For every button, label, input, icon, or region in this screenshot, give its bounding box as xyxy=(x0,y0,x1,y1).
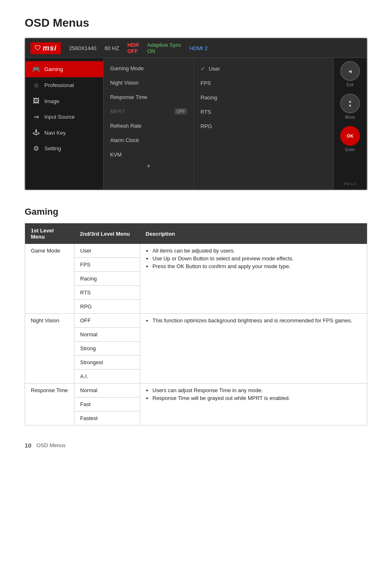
osd-topbar: 🛡 msi 2560X1440 60 HZ HDROFF Adaptive Sy… xyxy=(25,39,367,58)
rt-fastest: Fastest xyxy=(74,411,140,425)
response-time-desc: Users can adjust Response Time in any mo… xyxy=(140,384,367,425)
firmware-version: FW 1.0 xyxy=(344,179,356,186)
image-icon: 🖼 xyxy=(32,97,40,105)
menu-item-response-time[interactable]: Response Time xyxy=(104,90,194,104)
mode-user: User xyxy=(74,244,140,258)
nv-strong: Strong xyxy=(74,342,140,356)
move-button[interactable]: ▲▼ xyxy=(340,94,360,113)
night-vision-desc: This function optimizes background brigh… xyxy=(140,314,367,384)
nv-normal: Normal xyxy=(74,328,140,342)
right-item-fps[interactable]: FPS xyxy=(194,76,333,90)
nv-strongest: Strongest xyxy=(74,356,140,370)
right-item-racing[interactable]: Racing xyxy=(194,90,333,105)
right-item-rts[interactable]: RTS xyxy=(194,105,333,119)
sidebar-item-setting[interactable]: ⚙ Setting xyxy=(25,140,103,156)
osd-middle-menu: Gaming Mode Night Vision Response Time M… xyxy=(104,58,194,189)
brand-shield-icon: 🛡 xyxy=(35,44,41,52)
move-label: Move xyxy=(345,115,355,119)
table-row: Response Time Normal Users can adjust Re… xyxy=(25,384,367,397)
user-check-icon: ✓ xyxy=(201,65,205,72)
professional-icon: ☆ xyxy=(32,81,40,89)
brand-name: msi xyxy=(43,44,57,53)
game-mode-cell: Game Mode xyxy=(25,244,74,314)
resolution-stat: 2560X1440 xyxy=(69,45,97,51)
sidebar-item-image[interactable]: 🖼 Image xyxy=(25,93,103,109)
enter-label: Enter xyxy=(345,147,355,152)
mode-rts: RTS xyxy=(74,286,140,300)
input-stat: HDMI 2 xyxy=(189,45,208,51)
setting-icon: ⚙ xyxy=(32,145,40,152)
input-source-icon: ⇒ xyxy=(32,113,40,121)
mprt-toggle: OFF xyxy=(175,108,187,115)
footer-label: OSD Menus xyxy=(37,442,66,448)
table-row: Night Vision OFF This function optimizes… xyxy=(25,314,367,328)
scroll-arrow-down[interactable]: ▼ xyxy=(104,162,194,171)
ok-button[interactable]: OK xyxy=(340,126,360,146)
rt-normal: Normal xyxy=(74,384,140,397)
menu-item-kvm[interactable]: KVM xyxy=(104,147,194,162)
gaming-icon: 🎮 xyxy=(32,65,40,73)
page-title: OSD Menus xyxy=(25,16,367,30)
mode-rpg: RPG xyxy=(74,300,140,314)
rt-fast: Fast xyxy=(74,397,140,411)
nv-ai: A.I. xyxy=(74,370,140,384)
osd-right-menu: ✓ User FPS Racing RTS RPG xyxy=(194,58,334,189)
night-vision-cell: Night Vision xyxy=(25,314,74,384)
sidebar-gaming-label: Gaming xyxy=(44,66,63,72)
exit-button[interactable]: ◀ xyxy=(340,61,360,81)
response-time-cell: Response Time xyxy=(25,384,74,425)
gaming-section-title: Gaming xyxy=(25,207,367,217)
menu-item-night-vision[interactable]: Night Vision xyxy=(104,76,194,90)
nv-off: OFF xyxy=(74,314,140,328)
refresh-stat: 60 HZ xyxy=(105,45,119,51)
osd-sidebar: 🎮 Gaming ☆ Professional 🖼 Image ⇒ Input … xyxy=(25,58,104,189)
right-item-user[interactable]: ✓ User xyxy=(194,61,333,76)
brand-logo-area: 🛡 msi xyxy=(30,42,61,54)
col-header-2nd: 2nd/3rd Level Menu xyxy=(74,223,140,244)
menu-item-refresh-rate[interactable]: Refresh Rate xyxy=(104,119,194,133)
col-header-desc: Description xyxy=(140,223,367,244)
mode-racing: Racing xyxy=(74,272,140,286)
osd-body: 🎮 Gaming ☆ Professional 🖼 Image ⇒ Input … xyxy=(25,58,367,189)
hdr-stat: HDROFF xyxy=(127,42,139,54)
page-footer: 10 OSD Menus xyxy=(25,442,367,449)
sidebar-professional-label: Professional xyxy=(44,82,74,88)
sidebar-input-label: Input Source xyxy=(44,114,75,120)
sidebar-item-professional[interactable]: ☆ Professional xyxy=(25,77,103,93)
sidebar-item-gaming[interactable]: 🎮 Gaming xyxy=(25,61,103,77)
menu-item-gaming-mode[interactable]: Gaming Mode xyxy=(104,61,194,76)
navi-key-icon: 🕹 xyxy=(32,129,40,136)
sidebar-image-label: Image xyxy=(44,98,59,104)
table-row: Game Mode User All items can be adjusted… xyxy=(25,244,367,258)
menu-item-alarm-clock[interactable]: Alarm Clock xyxy=(104,133,194,147)
game-mode-desc: All items can be adjusted by users. Use … xyxy=(140,244,367,314)
osd-controls: ◀ Exit ▲▼ Move OK Enter FW 1.0 xyxy=(334,58,367,189)
sidebar-navi-label: Navi Key xyxy=(44,130,66,136)
sidebar-item-input-source[interactable]: ⇒ Input Source xyxy=(25,109,103,125)
page-number: 10 xyxy=(25,442,32,449)
gaming-table: 1st Level Menu 2nd/3rd Level Menu Descri… xyxy=(25,223,367,425)
sidebar-item-navi-key[interactable]: 🕹 Navi Key xyxy=(25,125,103,140)
adaptive-sync-stat: Adaptive SyncON xyxy=(147,42,181,54)
exit-label: Exit xyxy=(347,83,354,87)
sidebar-setting-label: Setting xyxy=(44,145,61,152)
mode-fps: FPS xyxy=(74,258,140,272)
osd-menu-container: 🛡 msi 2560X1440 60 HZ HDROFF Adaptive Sy… xyxy=(25,38,367,190)
menu-item-mprt[interactable]: MPRT OFF xyxy=(104,104,194,119)
col-header-1st: 1st Level Menu xyxy=(25,223,74,244)
right-item-rpg[interactable]: RPG xyxy=(194,119,333,133)
